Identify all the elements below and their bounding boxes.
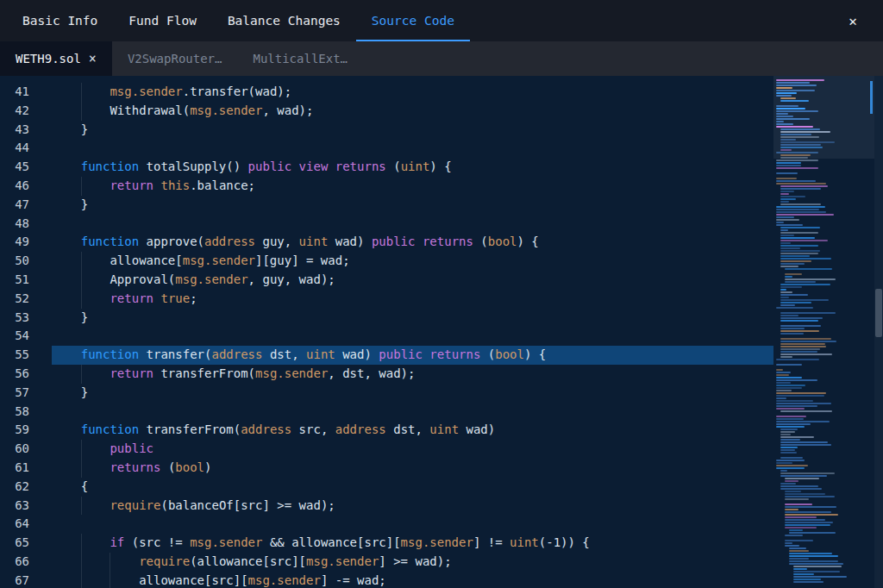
minimap[interactable] [773, 76, 874, 588]
code-line[interactable]: 42 Withdrawal(msg.sender, wad); [0, 102, 773, 121]
tab-close-icon[interactable]: × [89, 51, 97, 66]
code-token: msg.sender [190, 535, 262, 549]
code-token: uint [429, 422, 459, 436]
code-token: address [211, 347, 262, 361]
code-line[interactable]: 54 [0, 327, 773, 346]
code-line[interactable]: 58 [0, 403, 773, 422]
minimap-line [776, 395, 824, 397]
code-line-content: msg.sender.transfer(wad); [52, 83, 773, 102]
code-token: bool [488, 235, 517, 248]
line-number: 49 [0, 233, 52, 252]
minimap-line [776, 467, 805, 469]
code-line[interactable]: 55 function transfer(address dst, uint w… [0, 346, 773, 365]
code-line[interactable]: 51 Approval(msg.sender, guy, wad); [0, 271, 773, 290]
minimap-line [785, 478, 819, 479]
code-line[interactable]: 64 [0, 515, 773, 534]
code-token: } [52, 197, 88, 211]
line-number: 51 [0, 271, 52, 290]
minimap-line [776, 224, 803, 226]
minimap-line [776, 385, 805, 386]
code-line[interactable]: 59 function transferFrom(address src, ad… [0, 421, 773, 440]
minimap-line [780, 452, 797, 454]
code-line[interactable]: 41 msg.sender.transfer(wad); [0, 83, 773, 102]
tab-basic-info[interactable]: Basic Info [7, 0, 113, 41]
minimap-line [776, 400, 813, 402]
minimap-line [793, 581, 824, 583]
close-icon[interactable]: ✕ [842, 9, 864, 33]
minimap-viewport[interactable] [773, 76, 874, 159]
code-line[interactable]: 57 } [0, 384, 773, 403]
code-line-content: return true; [52, 290, 773, 309]
minimap-line [780, 338, 831, 340]
scrollbar-thumb[interactable] [875, 289, 882, 337]
code-token: ( [473, 235, 488, 248]
code-line[interactable]: 45 function totalSupply() public view re… [0, 158, 773, 177]
code-line[interactable]: 53 } [0, 309, 773, 328]
code-line[interactable]: 66 require(allowance[src][msg.sender] >=… [0, 553, 773, 572]
code-line[interactable]: 61 returns (bool) [0, 459, 773, 478]
code-line-content: returns (bool) [52, 459, 773, 478]
code-line[interactable]: 44 [0, 139, 773, 158]
minimap-line [793, 573, 814, 575]
file-tab-weth9[interactable]: WETH9.sol × [0, 41, 112, 76]
minimap-line [785, 496, 835, 497]
indent-guide [81, 83, 82, 102]
code-token: returns [335, 160, 386, 173]
code-token [52, 160, 81, 173]
code-token: address [241, 422, 291, 436]
code-line[interactable]: 56 return transferFrom(msg.sender, dst, … [0, 365, 773, 384]
minimap-line [780, 488, 822, 490]
indent-guide [81, 365, 82, 384]
code-line[interactable]: 50 allowance[msg.sender][guy] = wad; [0, 252, 773, 271]
code-line[interactable]: 65 if (src != msg.sender && allowance[sr… [0, 534, 773, 553]
code-token: ] >= wad); [379, 554, 451, 568]
code-line[interactable]: 63 require(balanceOf[src] >= wad); [0, 497, 773, 516]
code-token: ; [190, 291, 197, 305]
minimap-line [776, 172, 798, 174]
code-line[interactable]: 67 allowance[src][msg.sender] -= wad; [0, 572, 773, 588]
minimap-line [780, 196, 805, 197]
code-line[interactable]: 46 return this.balance; [0, 177, 773, 196]
code-line[interactable]: 49 function approve(address guy, uint wa… [0, 233, 773, 252]
code-token: returns [423, 235, 473, 248]
minimap-line [780, 297, 789, 298]
line-number: 50 [0, 252, 52, 271]
code-line-content [52, 403, 773, 422]
code-line[interactable]: 48 [0, 215, 773, 234]
vertical-scrollbar[interactable] [874, 76, 883, 588]
minimap-line [780, 284, 830, 285]
minimap-line [780, 356, 792, 358]
code-token: returns [429, 347, 480, 361]
code-line[interactable]: 52 return true; [0, 290, 773, 309]
minimap-line [780, 343, 825, 345]
minimap-line [776, 465, 808, 466]
code-line-content: } [52, 384, 773, 403]
file-tab-v2swaprouter[interactable]: V2SwapRouter… [112, 41, 238, 76]
minimap-line [780, 188, 821, 190]
tab-fund-flow[interactable]: Fund Flow [113, 0, 212, 41]
minimap-line [780, 312, 836, 314]
code-token: view [299, 160, 329, 173]
code-line-content: function transfer(address dst, uint wad)… [52, 346, 773, 365]
tab-source-code[interactable]: Source Code [356, 0, 470, 41]
indent-guide [81, 177, 82, 196]
minimap-line [780, 289, 786, 291]
minimap-line [776, 374, 789, 376]
minimap-line [793, 576, 847, 578]
code-token: guy, [255, 235, 299, 248]
code-token: address [204, 235, 255, 248]
code-token: return [110, 366, 153, 380]
code-line[interactable]: 43 } [0, 121, 773, 140]
code-token: wad) [335, 347, 379, 361]
tab-balance-changes[interactable]: Balance Changes [212, 0, 356, 41]
code-line[interactable]: 62 { [0, 478, 773, 497]
file-tab-multicallext[interactable]: MulticallExt… [237, 41, 363, 76]
minimap-line [776, 369, 783, 371]
minimap-line [785, 514, 838, 516]
code-token: { [52, 479, 88, 493]
code-token: public [248, 160, 292, 173]
code-line-content: allowance[msg.sender][guy] = wad; [52, 252, 773, 271]
code-line[interactable]: 47 } [0, 196, 773, 215]
code-line[interactable]: 60 public [0, 440, 773, 459]
code-token [52, 347, 81, 361]
